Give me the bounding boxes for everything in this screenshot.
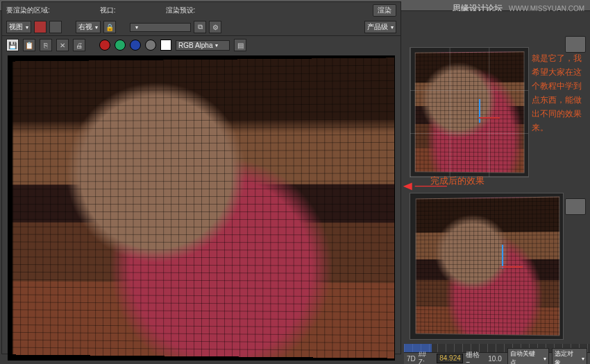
lock-viewport-icon[interactable]: 🔒: [103, 21, 116, 33]
gamma-icon[interactable]: ▤: [234, 39, 246, 51]
panel-tool-icon-2[interactable]: [565, 198, 586, 215]
autokey-button[interactable]: 自动关键点: [507, 348, 549, 364]
status-grid-value: 10.0: [488, 355, 501, 363]
channel-dropdown[interactable]: RGB Alpha: [176, 40, 230, 51]
channel-red-icon[interactable]: [99, 40, 110, 51]
viewport-top-grid: [410, 48, 528, 177]
status-grid-label: 栅格 =: [466, 350, 485, 365]
channel-mono-toggle[interactable]: [160, 40, 171, 51]
annotation-arrow-icon: ◄───: [400, 179, 446, 193]
status-zlabel: 7D: [407, 355, 416, 363]
tool-icon-2[interactable]: [49, 21, 62, 33]
preset-dropdown[interactable]: [130, 23, 191, 32]
status-zfield: ## Z:: [419, 351, 434, 364]
viewport-label: 视口:: [100, 6, 116, 15]
render-output-view[interactable]: [8, 55, 395, 361]
gizmo-z-axis-icon[interactable]: [502, 245, 503, 268]
preset-option-icon[interactable]: ⚙: [209, 21, 221, 33]
clone-frame-icon[interactable]: ⎘: [40, 39, 52, 51]
channel-green-icon[interactable]: [115, 40, 126, 51]
render-toolbar-row2: 💾 📋 ⎘ ✕ 🖨 RGB Alpha ▤: [2, 36, 401, 54]
gizmo-x-axis-icon[interactable]: [502, 266, 523, 268]
region-tool-icon[interactable]: [34, 21, 47, 33]
selected-mode-button[interactable]: 选定对象: [552, 348, 587, 364]
render-output-image: [12, 58, 394, 358]
viewport-top[interactable]: [410, 47, 529, 177]
channel-alpha-icon[interactable]: [145, 40, 156, 51]
render-frame-header: 要渲染的区域: 视口: 渲染预设: 渲染: [2, 2, 401, 19]
statusbar: 7D ## Z: 84.924 栅格 = 10.0 自动关键点 选定对象: [404, 352, 590, 364]
render-frame-window[interactable]: 要渲染的区域: 视口: 渲染预设: 渲染 视图 右视 🔒 ⧉ ⚙ 产品级 💾 📋…: [1, 1, 401, 354]
panel-tool-icon-1[interactable]: [565, 36, 586, 53]
copy-image-icon[interactable]: 📋: [23, 39, 35, 51]
render-button[interactable]: 渲染: [373, 4, 396, 17]
viewport-bottom-content: [416, 197, 560, 336]
gizmo-z-axis-icon[interactable]: [479, 99, 480, 123]
status-value1[interactable]: 84.924: [437, 354, 463, 363]
gizmo-x-axis-icon[interactable]: [479, 117, 500, 119]
clear-icon[interactable]: ✕: [56, 39, 69, 51]
area-dropdown[interactable]: 视图: [6, 21, 31, 33]
render-toolbar-row1: 视图 右视 🔒 ⧉ ⚙ 产品级: [2, 19, 401, 36]
preset-save-icon[interactable]: ⧉: [194, 21, 206, 33]
viewport-dropdown[interactable]: 右视: [76, 21, 101, 33]
save-image-icon[interactable]: 💾: [6, 39, 19, 51]
annotation-main: 就是它了，我希望大家在这个教程中学到点东西，能做出不同的效果来。: [532, 51, 584, 135]
area-label: 要渲染的区域:: [6, 6, 50, 15]
preset-label: 渲染预设:: [166, 6, 196, 15]
production-dropdown[interactable]: 产品级: [364, 21, 396, 33]
print-icon[interactable]: 🖨: [73, 39, 85, 51]
viewport-bottom[interactable]: [410, 193, 564, 340]
channel-blue-icon[interactable]: [130, 40, 141, 51]
